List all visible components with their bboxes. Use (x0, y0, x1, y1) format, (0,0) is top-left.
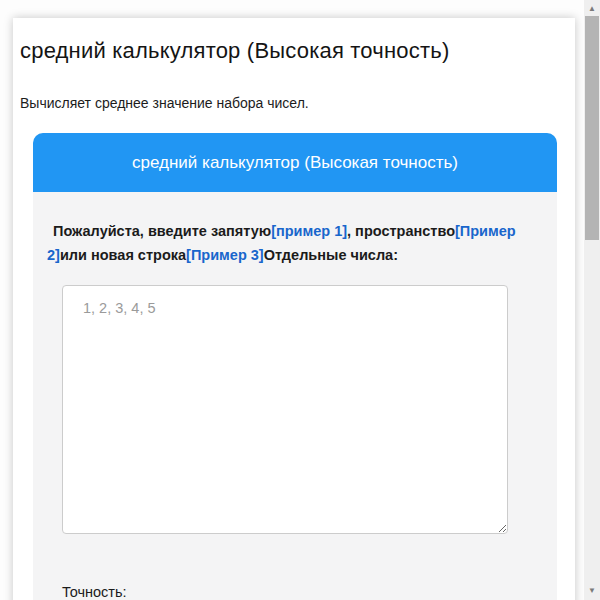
scrollbar-up-icon[interactable]: ▲ (584, 2, 600, 16)
calculator-panel-header: средний калькулятор (Высокая точность) (33, 133, 557, 192)
scrollbar-down-icon[interactable]: ▼ (584, 584, 600, 598)
instruction-part-4: Отдельные числа: (264, 247, 398, 263)
page-title: средний калькулятор (Высокая точность) (20, 38, 568, 64)
instruction-text: Пожалуйста, введите запятую[пример 1], п… (47, 220, 543, 267)
content-card: средний калькулятор (Высокая точность) В… (13, 18, 575, 600)
page-subtitle: Вычисляет среднее значение набора чисел. (20, 95, 568, 111)
example-3-link[interactable]: [Пример 3] (186, 247, 264, 263)
instruction-part-3: или новая строка (60, 247, 186, 263)
calculator-panel-body: Пожалуйста, введите запятую[пример 1], п… (33, 192, 557, 600)
instruction-part-1: Пожалуйста, введите запятую (53, 223, 271, 239)
example-1-link[interactable]: [пример 1] (271, 223, 347, 239)
numbers-input[interactable] (62, 285, 508, 534)
page-scrollbar[interactable]: ▲ ▼ (584, 0, 600, 600)
precision-label: Точность: (62, 584, 543, 600)
instruction-part-2: , пространство (347, 223, 455, 239)
scrollbar-thumb[interactable] (585, 16, 599, 240)
calculator-panel: средний калькулятор (Высокая точность) П… (33, 133, 557, 600)
